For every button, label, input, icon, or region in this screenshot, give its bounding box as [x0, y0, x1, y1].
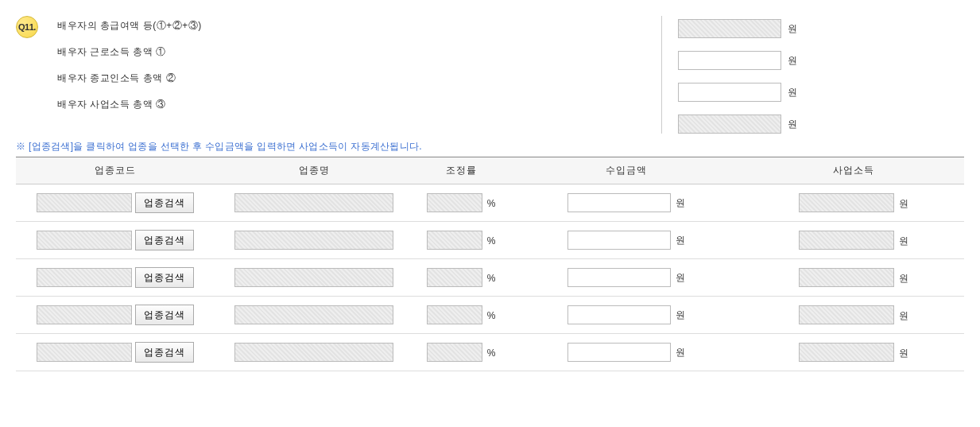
business-table: 업종코드 업종명 조정률 수입금액 사업소득 업종검색%원원업종검색%원원업종검… [16, 157, 964, 371]
field-name [234, 193, 393, 212]
label-total: 배우자의 총급여액 등(①+②+③) [57, 19, 661, 33]
unit-won: 원 [676, 235, 685, 246]
table-row: 업종검색%원원 [16, 222, 964, 259]
unit-won: 원 [899, 198, 908, 209]
field-biz [678, 115, 781, 134]
unit-won: 원 [899, 310, 908, 321]
field-code [37, 343, 132, 362]
field-income [799, 305, 894, 324]
unit-won: 원 [899, 235, 908, 246]
unit-percent: % [487, 347, 496, 359]
unit-won: 원 [676, 272, 685, 283]
vertical-divider [661, 16, 662, 134]
field-rate [427, 193, 482, 212]
field-name [234, 268, 393, 287]
field-rate [427, 305, 482, 324]
unit-won: 원 [788, 54, 797, 68]
field-code [37, 193, 132, 212]
unit-won: 원 [899, 273, 908, 284]
help-note: ※ [업종검색]을 클릭하여 업종을 선택한 후 수입금액을 입력하면 사업소득… [16, 140, 964, 153]
unit-won: 원 [899, 347, 908, 359]
table-row: 업종검색%원원 [16, 259, 964, 297]
field-rate [427, 231, 482, 250]
field-income [799, 231, 894, 250]
label-labor: 배우자 근로소득 총액 ① [57, 45, 661, 59]
unit-percent: % [487, 273, 496, 284]
field-relig[interactable] [678, 83, 781, 102]
label-biz: 배우자 사업소득 총액 ③ [57, 98, 661, 111]
unit-won: 원 [788, 22, 797, 36]
field-income [799, 193, 894, 212]
industry-search-button[interactable]: 업종검색 [135, 342, 194, 363]
field-name [234, 231, 393, 250]
unit-percent: % [487, 310, 496, 321]
unit-won: 원 [676, 197, 685, 208]
label-relig: 배우자 종교인소득 총액 ② [57, 72, 661, 85]
unit-won: 원 [676, 309, 685, 320]
unit-percent: % [487, 198, 496, 209]
field-code [37, 268, 132, 287]
industry-search-button[interactable]: 업종검색 [135, 267, 194, 288]
th-code: 업종코드 [16, 157, 215, 184]
field-revenue[interactable] [567, 343, 671, 362]
field-revenue[interactable] [567, 193, 671, 212]
table-row: 업종검색%원원 [16, 184, 964, 222]
field-revenue[interactable] [567, 231, 671, 250]
th-income: 사업소득 [744, 157, 964, 184]
th-name: 업종명 [215, 157, 413, 184]
unit-won: 원 [676, 347, 685, 358]
field-revenue[interactable] [567, 268, 671, 287]
industry-search-button[interactable]: 업종검색 [135, 192, 194, 213]
unit-won: 원 [788, 86, 797, 99]
field-total [678, 19, 781, 38]
field-rate [427, 268, 482, 287]
field-revenue[interactable] [567, 305, 671, 324]
field-code [37, 305, 132, 324]
question-badge: Q11. [16, 16, 38, 38]
table-row: 업종검색%원원 [16, 334, 964, 371]
th-rate: 조정률 [413, 157, 509, 184]
industry-search-button[interactable]: 업종검색 [135, 230, 194, 250]
unit-won: 원 [788, 118, 797, 131]
th-revenue: 수입금액 [509, 157, 744, 184]
field-rate [427, 343, 482, 362]
field-labor[interactable] [678, 51, 781, 70]
table-row: 업종검색%원원 [16, 297, 964, 334]
field-income [799, 268, 894, 287]
field-name [234, 343, 393, 362]
field-code [37, 231, 132, 250]
unit-percent: % [487, 235, 496, 246]
field-income [799, 343, 894, 362]
industry-search-button[interactable]: 업종검색 [135, 305, 194, 325]
field-name [234, 305, 393, 324]
